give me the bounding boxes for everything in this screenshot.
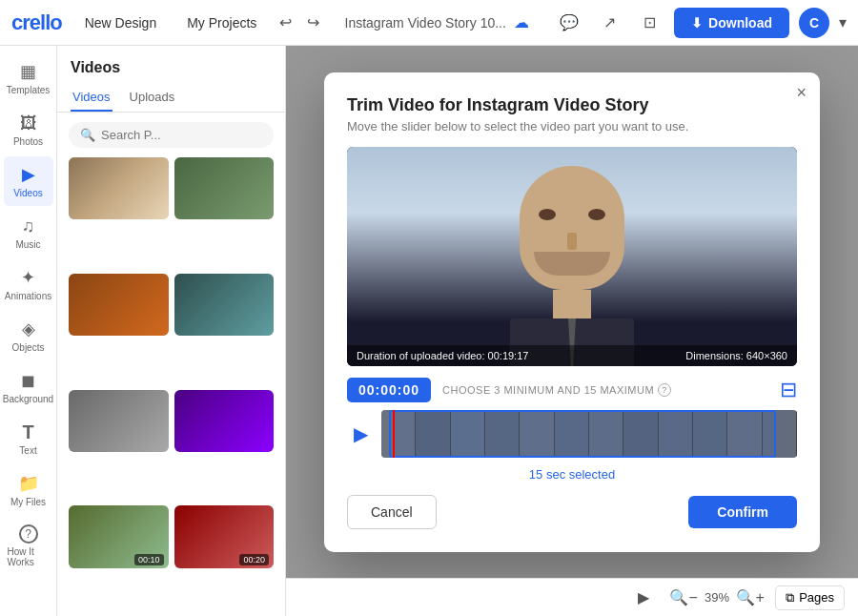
video-duration: 00:10: [134, 554, 164, 565]
logo: crello: [11, 10, 62, 35]
modal-title: Trim Video for Instagram Video Story: [347, 95, 797, 115]
video-duration: 00:20: [239, 554, 269, 565]
share-icon[interactable]: ↗: [594, 8, 624, 38]
videos-icon: ▶: [18, 164, 39, 185]
timeline[interactable]: [381, 410, 797, 458]
zoom-out-button[interactable]: 🔍−: [668, 583, 699, 613]
sidebar-item-templates[interactable]: ▦ Templates: [4, 53, 53, 103]
topbar-right: 💬 ↗ ⊡ ⬇ Download C ▾: [554, 8, 847, 38]
selected-duration-label: 15 sec selected: [347, 467, 797, 482]
sidebar-item-howitworks[interactable]: ? How It Works: [4, 517, 53, 575]
sidebar-item-background[interactable]: ◼ Background: [4, 362, 53, 412]
trim-time-badge: 00:00:00: [347, 378, 431, 402]
canvas-content: × Trim Video for Instagram Video Story M…: [286, 46, 858, 578]
sidebar-label-objects: Objects: [12, 342, 45, 353]
comment-icon[interactable]: 💬: [554, 8, 584, 38]
timeline-playhead: [393, 410, 395, 458]
timeline-row: ▶: [347, 410, 797, 458]
download-icon: ⬇: [691, 15, 703, 31]
zoom-in-button[interactable]: 🔍+: [735, 583, 766, 613]
list-item[interactable]: [174, 157, 275, 219]
resize-icon[interactable]: ⊡: [634, 8, 664, 38]
download-button[interactable]: ⬇ Download: [674, 8, 789, 38]
sidebar-label-videos: Videos: [13, 188, 42, 198]
photos-icon: 🖼: [18, 113, 39, 133]
panel-tabs: Videos Uploads: [57, 84, 285, 113]
play-canvas-button[interactable]: ▶: [628, 583, 659, 613]
trim-frame-icon[interactable]: ⊟: [780, 378, 797, 402]
face-head: [520, 166, 624, 290]
animations-icon: ✦: [18, 267, 39, 288]
search-bar: 🔍: [69, 122, 274, 148]
list-item[interactable]: 00:10: [69, 505, 169, 567]
sidebar-item-animations[interactable]: ✦ Animations: [4, 259, 53, 309]
text-icon: T: [18, 421, 39, 442]
face-neck: [553, 290, 591, 318]
modal-footer: Cancel Confirm: [347, 495, 797, 529]
howitworks-icon: ?: [19, 524, 38, 544]
pages-icon: ⧉: [786, 590, 794, 606]
templates-icon: ▦: [18, 61, 39, 82]
my-projects-button[interactable]: My Projects: [179, 11, 264, 34]
zoom-control: 🔍− 39% 🔍+: [668, 583, 766, 613]
video-dimensions-label: Dimensions: 640×360: [685, 350, 787, 361]
video-preview-inner: [347, 147, 797, 366]
redo-icon[interactable]: ↪: [307, 13, 319, 31]
canvas-bottom-bar: ▶ 🔍− 39% 🔍+ ⧉ Pages: [286, 578, 858, 616]
video-info-bar: Duration of uploaded video: 00:19:17 Dim…: [347, 345, 797, 366]
trim-hint-text: CHOOSE 3 MINIMUM AND 15 MAXIMUM: [442, 384, 654, 396]
sidebar-item-text[interactable]: T Text: [4, 414, 53, 463]
sidebar-item-photos[interactable]: 🖼 Photos: [4, 105, 53, 154]
myfiles-icon: 📁: [18, 473, 39, 494]
sidebar-label-animations: Animations: [5, 291, 51, 301]
topbar: crello New Design My Projects ↩ ↪ Instag…: [0, 0, 858, 46]
chevron-down-icon[interactable]: ▾: [839, 13, 847, 31]
tab-videos[interactable]: Videos: [71, 84, 112, 112]
timeline-selection[interactable]: [389, 410, 776, 458]
new-design-button[interactable]: New Design: [77, 11, 164, 34]
pages-button[interactable]: ⧉ Pages: [775, 585, 845, 610]
video-duration-label: Duration of uploaded video: 00:19:17: [357, 350, 528, 361]
face-area: [510, 166, 634, 366]
modal-subtitle: Move the slider below to select the vide…: [347, 119, 797, 133]
modal-overlay: × Trim Video for Instagram Video Story M…: [286, 46, 858, 578]
list-item[interactable]: [174, 274, 275, 336]
list-item[interactable]: 00:20: [174, 505, 275, 567]
avatar-button[interactable]: C: [799, 8, 829, 38]
video-preview: Duration of uploaded video: 00:19:17 Dim…: [347, 147, 797, 366]
sidebar-item-myfiles[interactable]: 📁 My Files: [4, 465, 53, 515]
video-grid: 00:10 00:20: [57, 157, 285, 616]
sidebar-item-music[interactable]: ♫ Music: [4, 208, 53, 257]
tab-uploads[interactable]: Uploads: [128, 84, 177, 112]
background-icon: ◼: [18, 370, 39, 391]
play-button[interactable]: ▶: [347, 421, 374, 447]
sidebar-label-music: Music: [15, 239, 40, 250]
sidebar-item-videos[interactable]: ▶ Videos: [4, 156, 53, 206]
list-item[interactable]: [69, 390, 169, 452]
pages-label: Pages: [799, 590, 834, 605]
zoom-level: 39%: [705, 590, 729, 605]
cancel-button[interactable]: Cancel: [347, 495, 437, 529]
trim-time-row: 00:00:00 CHOOSE 3 MINIMUM AND 15 MAXIMUM…: [347, 378, 797, 402]
sidebar-label-howitworks: How It Works: [8, 546, 50, 567]
main-layout: ▦ Templates 🖼 Photos ▶ Videos ♫ Music ✦ …: [0, 46, 858, 616]
hint-icon: ?: [658, 383, 671, 397]
list-item[interactable]: [69, 274, 169, 336]
search-icon: 🔍: [80, 128, 95, 142]
modal-close-button[interactable]: ×: [796, 84, 807, 101]
list-item[interactable]: [174, 390, 275, 452]
panel-title: Videos: [57, 46, 285, 84]
confirm-button[interactable]: Confirm: [688, 496, 797, 528]
undo-icon[interactable]: ↩: [279, 13, 292, 31]
trim-controls: 00:00:00 CHOOSE 3 MINIMUM AND 15 MAXIMUM…: [347, 366, 797, 482]
objects-icon: ◈: [18, 318, 39, 339]
search-input[interactable]: [101, 128, 262, 142]
sidebar-label-background: Background: [3, 394, 53, 404]
sidebar-label-myfiles: My Files: [10, 497, 46, 507]
sidebar-label-templates: Templates: [7, 85, 51, 95]
list-item[interactable]: [69, 157, 169, 219]
sidebar-item-objects[interactable]: ◈ Objects: [4, 311, 53, 360]
trim-modal: × Trim Video for Instagram Video Story M…: [324, 72, 820, 552]
music-icon: ♫: [18, 216, 39, 236]
sidebar: ▦ Templates 🖼 Photos ▶ Videos ♫ Music ✦ …: [0, 46, 57, 616]
